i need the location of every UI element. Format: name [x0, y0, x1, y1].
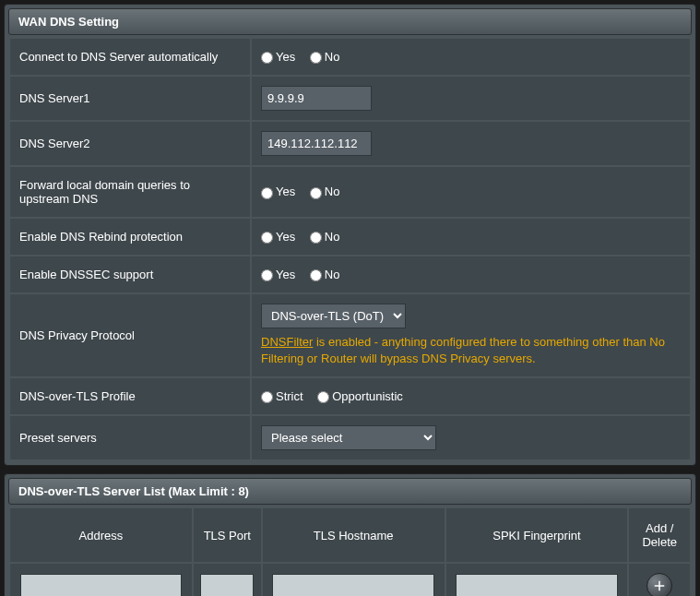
- col-address: Address: [10, 508, 192, 562]
- dns2-label: DNS Server2: [10, 122, 250, 165]
- connect-auto-no[interactable]: No: [310, 50, 340, 64]
- forward-local-no[interactable]: No: [310, 185, 340, 198]
- privacy-label: DNS Privacy Protocol: [10, 294, 250, 376]
- forward-local-yes[interactable]: Yes: [261, 185, 295, 198]
- dns1-label: DNS Server1: [10, 77, 250, 120]
- preset-select[interactable]: Please select: [261, 425, 436, 450]
- dot-profile-strict[interactable]: Strict: [261, 389, 303, 403]
- wan-dns-header: WAN DNS Setting: [8, 8, 692, 35]
- new-spki-input[interactable]: [456, 574, 618, 596]
- col-spki: SPKI Fingerprint: [446, 508, 628, 562]
- dot-list-header: DNS-over-TLS Server List (Max Limit : 8): [8, 478, 692, 505]
- col-tls-port: TLS Port: [194, 508, 261, 562]
- new-tlsport-input[interactable]: [200, 574, 254, 596]
- dnssec-yes[interactable]: Yes: [261, 268, 295, 281]
- rebind-no[interactable]: No: [310, 230, 340, 244]
- rebind-label: Enable DNS Rebind protection: [10, 219, 250, 255]
- new-address-input[interactable]: [20, 574, 183, 596]
- dns1-input[interactable]: [261, 86, 372, 111]
- plus-icon: [651, 578, 668, 594]
- add-button[interactable]: [647, 573, 672, 596]
- dns2-input[interactable]: [261, 131, 372, 156]
- dot-profile-label: DNS-over-TLS Profile: [10, 378, 250, 414]
- connect-auto-yes[interactable]: Yes: [261, 50, 295, 64]
- connect-auto-label: Connect to DNS Server automatically: [10, 39, 250, 75]
- input-row: [10, 564, 690, 596]
- col-tls-hostname: TLS Hostname: [263, 508, 445, 562]
- forward-local-label: Forward local domain queries to upstream…: [10, 167, 250, 217]
- new-hostname-input[interactable]: [272, 574, 434, 596]
- rebind-yes[interactable]: Yes: [261, 230, 295, 244]
- dot-profile-opportunistic[interactable]: Opportunistic: [317, 389, 403, 403]
- privacy-select[interactable]: DNS-over-TLS (DoT): [261, 304, 406, 328]
- col-add-delete: Add / Delete: [629, 508, 690, 562]
- preset-label: Preset servers: [10, 416, 250, 459]
- dnssec-label: Enable DNSSEC support: [10, 256, 250, 292]
- privacy-warning: DNSFilter is enabled - anything configur…: [261, 334, 681, 367]
- dnsfilter-link[interactable]: DNSFilter: [261, 335, 313, 349]
- dnssec-no[interactable]: No: [310, 268, 340, 281]
